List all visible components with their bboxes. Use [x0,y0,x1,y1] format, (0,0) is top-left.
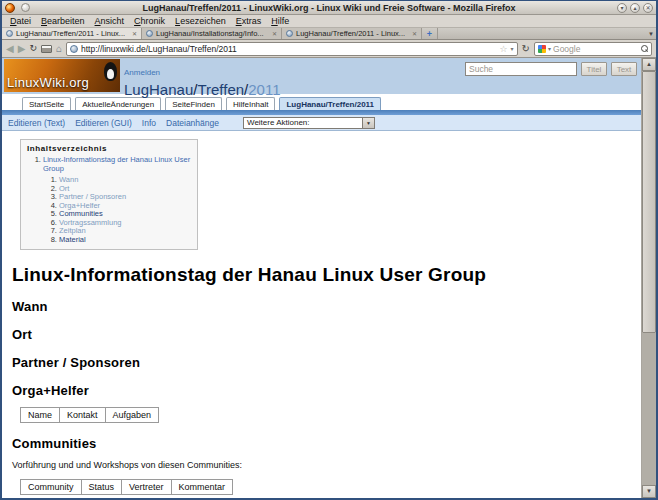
urlbar-dropdown-icon[interactable]: ▾ [511,45,514,52]
logo-text: LinuxWiki.org [7,75,89,90]
tux-penguin-icon [104,62,117,81]
tab-aktuelleaenderungen[interactable]: AktuelleÄnderungen [75,97,161,110]
print-icon[interactable] [41,45,52,53]
vertical-scrollbar[interactable]: ▲ ▼ [641,58,656,498]
breadcrumb-lughanau[interactable]: LugHanau [124,81,193,98]
section-partner: Partner / Sponsoren [12,355,631,370]
wiki-header: LinuxWiki.org Anmelden LugHanau/Treffen/… [2,58,641,94]
moinmoin-favicon [286,30,293,37]
close-button[interactable]: ✕ [643,3,653,13]
browser-tab-3[interactable]: LugHanau/Treffen/2011 - Linux... ✕ [282,28,422,39]
window-title: LugHanau/Treffen/2011 - LinuxWiki.org - … [2,3,656,13]
browser-tab-1[interactable]: LugHanau/Treffen/2011 - Linux... ✕ [2,28,142,39]
google-logo-icon[interactable] [538,45,546,53]
table-of-contents: Inhaltsverzeichnis Linux-Informationstag… [20,139,198,250]
section-communities: Communities [12,436,631,451]
web-search-input[interactable] [553,44,639,54]
window-titlebar: LugHanau/Treffen/2011 - LinuxWiki.org - … [2,1,656,15]
orga-table: Name Kontakt Aufgaben [20,407,159,423]
wiki-nav-tabs: StartSeite AktuelleÄnderungen SeiteFinde… [2,94,641,110]
moinmoin-favicon [6,30,13,37]
table-row: Community Status Vertreter Kommentar [21,480,233,495]
menu-extras[interactable]: Extras [231,16,267,26]
edit-text-link[interactable]: Editieren (Text) [8,118,65,128]
moinmoin-favicon [146,30,153,37]
reload-button[interactable]: ↻ [522,43,530,54]
page-title: LugHanau/Treffen/2011 [124,81,281,98]
forward-icon[interactable]: ▶ [18,44,26,54]
back-icon[interactable]: ◀ [6,44,14,54]
search-engine-dropdown-icon[interactable]: ▾ [548,45,551,52]
scroll-up-icon[interactable]: ▲ [642,58,656,71]
tab-close-icon[interactable]: ✕ [132,30,137,37]
maximize-button[interactable]: ▴ [630,3,640,13]
tab-hilfeinhalt[interactable]: HilfeInhalt [226,97,276,110]
communities-intro: Vorführung und und Workshops von diesen … [12,460,631,470]
url-bar[interactable]: http://linuxwiki.de/LugHanau/Treffen/201… [66,42,518,56]
scroll-down-icon[interactable]: ▼ [642,485,656,498]
tab-startseite[interactable]: StartSeite [22,97,71,110]
toc-link-root[interactable]: Linux-Informationstag der Hanau Linux Us… [43,155,190,173]
breadcrumb-treffen[interactable]: Treffen [197,81,244,98]
bookmark-star-icon[interactable]: ☆ [500,44,508,54]
search-titel-button[interactable]: Titel [581,62,607,76]
menu-chronik[interactable]: Chronik [129,16,170,26]
linuxwiki-logo[interactable]: LinuxWiki.org [4,59,120,92]
section-orga: Orga+Helfer [12,383,631,398]
menu-lesezeichen[interactable]: Lesezeichen [170,16,231,26]
list-all-tabs-icon[interactable]: ▼ [648,28,654,39]
menubar: Datei Bearbeiten Ansicht Chronik Lesezei… [2,15,656,28]
menu-ansicht[interactable]: Ansicht [90,16,130,26]
url-text[interactable]: http://linuxwiki.de/LugHanau/Treffen/201… [81,44,497,54]
edit-gui-link[interactable]: Editieren (GUI) [75,118,132,128]
tab-strip: LugHanau/Treffen/2011 - Linux... ✕ LugHa… [2,28,656,40]
edit-bar: Editieren (Text) Editieren (GUI) Info Da… [2,115,641,131]
search-magnifier-icon[interactable] [641,45,648,52]
browser-window: LugHanau/Treffen/2011 - LinuxWiki.org - … [0,0,658,500]
search-text-button[interactable]: Text [611,62,637,76]
article-heading: Linux-Informationstag der Hanau Linux Us… [12,264,631,286]
attachments-link[interactable]: Dateianhänge [166,118,219,128]
search-bar[interactable]: ▾ [534,42,652,56]
article-content: Inhaltsverzeichnis Linux-Informationstag… [2,131,641,498]
reload-icon[interactable]: ↻ [29,44,37,53]
login-link[interactable]: Anmelden [124,68,160,77]
site-favicon [70,45,78,53]
section-wann: Wann [12,299,631,314]
scrollbar-thumb[interactable] [642,71,656,333]
section-ort: Ort [12,327,631,342]
wiki-page: LinuxWiki.org Anmelden LugHanau/Treffen/… [2,58,641,498]
tab-close-icon[interactable]: ✕ [412,30,417,37]
toc-heading: Inhaltsverzeichnis [27,144,191,153]
menu-datei[interactable]: Datei [5,16,36,26]
select-arrow-icon[interactable]: ▼ [362,118,374,128]
browser-viewport: LinuxWiki.org Anmelden LugHanau/Treffen/… [2,58,656,498]
navigation-toolbar: ◀ ▶ ↻ ⌂ http://linuxwiki.de/LugHanau/Tre… [2,40,656,58]
home-icon[interactable]: ⌂ [56,44,62,54]
minimize-button[interactable]: ▾ [617,3,627,13]
info-link[interactable]: Info [142,118,156,128]
more-actions-select[interactable]: Weitere Aktionen: ▼ [243,117,375,129]
scrollbar-track[interactable] [642,333,656,485]
new-tab-button[interactable]: + [422,28,438,39]
tab-close-icon[interactable]: ✕ [272,30,277,37]
toc-link-material[interactable]: Material [59,235,86,244]
breadcrumb-current: 2011 [248,81,280,98]
menu-hilfe[interactable]: Hilfe [266,16,294,26]
table-row: Name Kontakt Aufgaben [21,408,159,423]
tab-current-page[interactable]: LugHanau/Treffen/2011 [279,97,381,110]
browser-tab-2[interactable]: LugHanau/Installationstag/Info... ✕ [142,28,282,39]
menu-bearbeiten[interactable]: Bearbeiten [36,16,90,26]
wiki-search-input[interactable] [465,62,577,76]
tab-seitefinden[interactable]: SeiteFinden [165,97,222,110]
communities-table: Community Status Vertreter Kommentar [20,479,233,495]
